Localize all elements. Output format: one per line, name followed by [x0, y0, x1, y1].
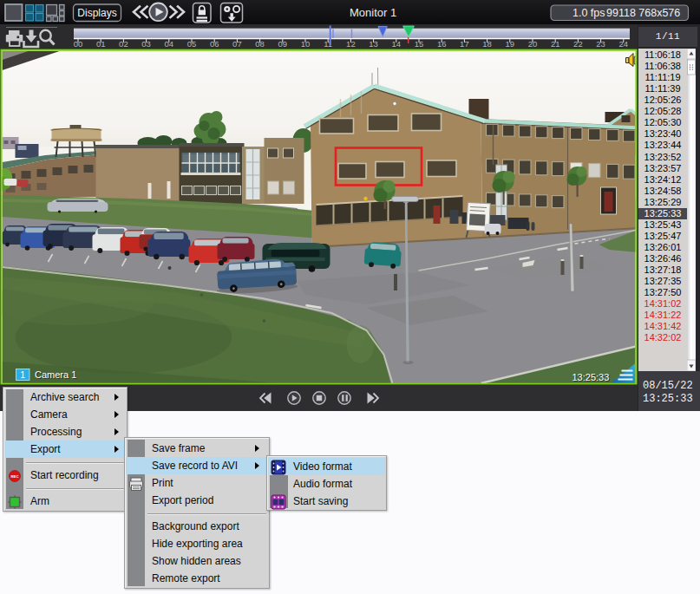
svg-text:REC: REC [11, 474, 19, 479]
svg-text:99118 768x576: 99118 768x576 [606, 7, 680, 19]
svg-text:23: 23 [596, 39, 605, 49]
svg-text:13: 13 [369, 39, 378, 49]
svg-text:07: 07 [232, 39, 242, 49]
svg-text:1: 1 [20, 369, 25, 380]
svg-text:18: 18 [482, 39, 492, 49]
svg-text:20: 20 [528, 39, 538, 49]
svg-text:24: 24 [619, 39, 629, 49]
svg-text:19: 19 [506, 39, 515, 49]
svg-text:09: 09 [278, 39, 288, 49]
svg-text:10: 10 [301, 39, 311, 49]
svg-text:02: 02 [119, 39, 128, 49]
svg-text:1.0 fps: 1.0 fps [572, 7, 605, 19]
svg-text:00: 00 [74, 39, 83, 49]
svg-text:12: 12 [346, 39, 356, 49]
svg-text:14: 14 [392, 39, 402, 49]
svg-text:Camera 1: Camera 1 [35, 369, 76, 380]
svg-text:06: 06 [210, 39, 219, 49]
svg-text:22: 22 [573, 39, 583, 49]
svg-text:03: 03 [141, 39, 151, 49]
svg-text:Monitor 1: Monitor 1 [350, 6, 396, 19]
svg-text:01: 01 [96, 39, 106, 49]
svg-text:04: 04 [165, 39, 174, 49]
svg-text:Displays: Displays [77, 7, 116, 19]
svg-text:21: 21 [551, 39, 560, 49]
svg-text:17: 17 [460, 39, 469, 49]
svg-text:05: 05 [187, 39, 197, 49]
svg-text:16: 16 [437, 39, 447, 49]
svg-text:13:25:33: 13:25:33 [572, 372, 610, 382]
svg-text:15: 15 [415, 39, 424, 49]
svg-text:08: 08 [255, 39, 265, 49]
